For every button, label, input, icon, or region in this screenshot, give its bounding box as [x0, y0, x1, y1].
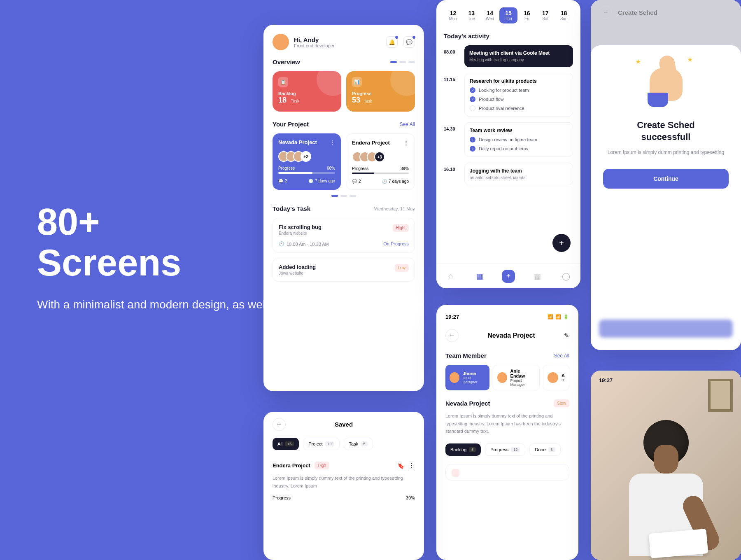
today-task-label: Today's Task	[273, 205, 310, 212]
cal-day[interactable]: 17Sat	[536, 7, 555, 23]
check-icon: ✓	[470, 146, 475, 152]
cal-day[interactable]: 16Fri	[517, 7, 536, 23]
nav-home-icon[interactable]: ⌂	[444, 270, 457, 283]
task-status: On Progress	[383, 241, 409, 247]
team-member[interactable]: JhoneUIUX Deisgner	[445, 365, 489, 390]
overview-label: Overview	[273, 58, 300, 65]
project-card-nevada[interactable]: Nevada Project⋮ +2 Progress60% 💬 2🕐 7 da…	[273, 133, 341, 190]
calendar-screen: 12Mon 13Tue 14Wed 15Thu 16Fri 17Sat 18Su…	[436, 0, 580, 288]
check-icon-empty[interactable]	[470, 105, 475, 111]
see-all-team[interactable]: See All	[554, 353, 569, 359]
cal-day[interactable]: 13Tue	[462, 7, 481, 23]
check-icon: ✓	[470, 137, 475, 142]
cal-day-active[interactable]: 15Thu	[499, 7, 518, 23]
status-icons: 📶 📶 🔋	[548, 314, 569, 320]
wall-frame	[708, 379, 733, 412]
task-item[interactable]: Fix scrolling bugEndera website Hight 🕐 …	[273, 218, 415, 253]
team-member[interactable]: AB	[543, 365, 569, 390]
progress-icon: 📊	[352, 77, 362, 87]
message-icon[interactable]: 💬	[403, 36, 415, 48]
comments-icon: 💬 2	[278, 179, 287, 183]
continue-button[interactable]: Continue	[603, 169, 729, 189]
cal-day[interactable]: 14Wed	[481, 7, 499, 23]
cal-day[interactable]: 18Sun	[555, 7, 573, 23]
dashboard-screen: Hi, Andy Front end developer 🔔 💬 Overvie…	[263, 25, 424, 391]
saved-item-desc: Lorem Ipsum is simply dummy text of the …	[273, 474, 415, 490]
your-project-label: Your Project	[273, 121, 309, 128]
modal-subtitle: Lorem Ipsum is simply dumm printing and …	[603, 149, 729, 156]
filter-progress[interactable]: Progress12	[485, 443, 525, 456]
user-greeting: Hi, Andy	[294, 36, 334, 43]
filter-all[interactable]: All15	[273, 438, 299, 450]
see-all-projects[interactable]: See All	[400, 121, 415, 127]
notification-icon[interactable]: 🔔	[386, 36, 398, 48]
saved-item-name: Endera Project	[273, 462, 310, 469]
filter-done[interactable]: Done3	[529, 443, 560, 456]
back-button[interactable]: ←	[273, 418, 286, 431]
comments-icon: 💬 2	[352, 179, 361, 184]
blur-button	[599, 320, 733, 338]
header-blur: Create Sched	[618, 9, 657, 16]
more-icon[interactable]: ⋮	[408, 462, 415, 469]
back-button-blur: ←	[599, 6, 612, 19]
photo-screen: 19:27	[591, 371, 741, 560]
backlog-card[interactable]: 📋 Backlog 18 Task	[273, 71, 341, 112]
clock-icon: 🕐 7 days ago	[308, 179, 335, 183]
overview-pager[interactable]	[390, 61, 415, 63]
activity-item[interactable]: Meeting with client via Goole Meet Meeti…	[464, 45, 573, 67]
user-avatar[interactable]	[273, 34, 289, 50]
progress-card[interactable]: 📊 Progress 53 task	[346, 71, 415, 112]
filter-project[interactable]: Project10	[303, 438, 339, 450]
hero-title-2: Screens	[37, 242, 181, 283]
priority-badge: Low	[395, 264, 409, 272]
status-time: 19:27	[445, 314, 459, 320]
project-card-endera[interactable]: Endera Project⋮ +3 Progress39% 💬 2🕐 7 da…	[346, 133, 415, 190]
nav-profile-icon[interactable]: ◯	[559, 270, 573, 283]
add-activity-button[interactable]: +	[552, 234, 571, 252]
activity-label: Today's activity	[444, 33, 489, 40]
backlog-icon: 📋	[278, 77, 288, 87]
today-date: Wednesday, 11 May	[374, 206, 415, 211]
task-placeholder[interactable]	[445, 464, 569, 481]
project-name: Nevada Project	[445, 400, 490, 407]
project-description: Lorem Ipsum is simply dummy text of the …	[445, 412, 569, 435]
modal-title-1: Create Sched	[637, 120, 695, 130]
thumbs-up-icon: ★ ★	[643, 62, 689, 107]
avatar	[497, 372, 507, 383]
nav-doc-icon[interactable]: ▤	[531, 270, 544, 283]
check-icon: ✓	[470, 87, 475, 93]
saved-screen: ← Saved All15 Project10 Task5 Endera Pro…	[263, 412, 424, 560]
avatar	[548, 372, 558, 383]
edit-icon[interactable]: ✎	[564, 332, 569, 339]
nav-calendar-icon[interactable]: ▦	[473, 270, 486, 283]
activity-item[interactable]: Jogging with the team on aatot subroto s…	[464, 163, 573, 185]
hero-title-1: 80+	[37, 201, 100, 243]
check-icon: ✓	[470, 96, 475, 102]
activity-item[interactable]: Research for uikits products ✓Looking fo…	[464, 73, 573, 117]
filter-backlog[interactable]: Backlog5	[445, 443, 481, 456]
nav-create-icon[interactable]: +	[502, 270, 515, 283]
cal-day[interactable]: 12Mon	[444, 7, 462, 23]
activity-item[interactable]: Team work review ✓Design review on figma…	[464, 122, 573, 157]
more-icon[interactable]: ⋮	[330, 139, 335, 145]
person-photo	[613, 420, 720, 560]
more-icon[interactable]: ⋮	[403, 140, 409, 146]
team-label: Team Member	[445, 352, 487, 359]
page-title: Nevada Project	[487, 332, 535, 339]
team-member[interactable]: Anie EndawProject Manager	[493, 365, 540, 390]
priority-badge: Hight	[393, 224, 409, 232]
page-title: Saved	[335, 421, 353, 428]
priority-badge: High	[315, 462, 330, 469]
bookmark-icon[interactable]: 🔖	[397, 462, 404, 469]
modal-screen: ← Create Sched ★ ★ Create Sched successf…	[591, 0, 741, 350]
status-badge: Slow	[554, 399, 569, 407]
clock-icon: 🕐 10.00 Am - 10.30 AM	[279, 241, 329, 247]
user-role: Front end developer	[294, 43, 334, 48]
filter-task[interactable]: Task5	[344, 438, 373, 450]
task-item[interactable]: Added loadingJowa website Low	[273, 258, 415, 282]
project-detail-screen: 19:27 📶 📶 🔋 ← Nevada Project ✎ Team Memb…	[436, 305, 578, 560]
avatar	[450, 372, 459, 383]
modal-title-2: successfull	[641, 132, 691, 142]
back-button[interactable]: ←	[445, 329, 459, 342]
clock-icon: 🕐 7 days ago	[382, 179, 409, 184]
